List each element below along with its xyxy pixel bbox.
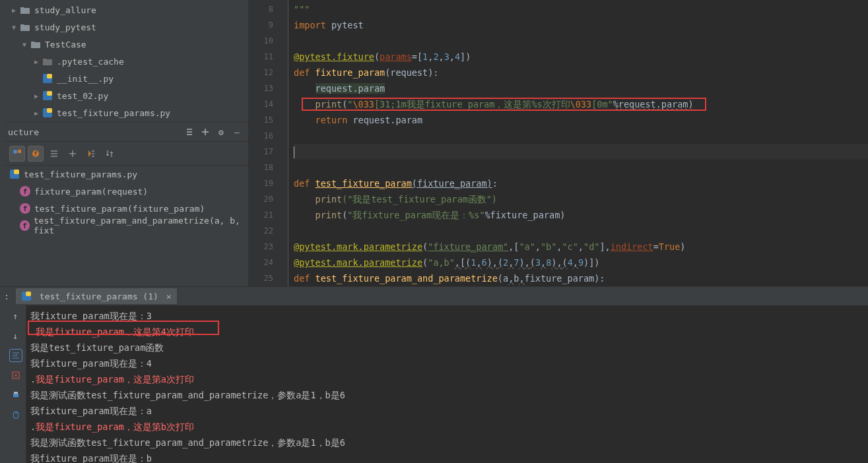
tree-item-5[interactable]: ▶test_02.py	[5, 87, 248, 104]
console-line: .我是fixture_param，这是第a次打印	[30, 371, 864, 387]
structure-file-label: test_fixture_params.py	[24, 170, 137, 179]
down-arrow-icon[interactable]: ↓	[9, 329, 22, 342]
svg-rect-21	[13, 394, 18, 397]
line-number: 23	[249, 239, 288, 255]
sort-btn-3[interactable]	[46, 146, 62, 162]
editor-panel[interactable]: 8910111213141516171819202122232425 """im…	[249, 0, 868, 286]
chevron-icon[interactable]: ▼	[9, 22, 18, 32]
run-panel: : test_fixture_params (1) × ↑ ↓ 我fixture…	[0, 286, 868, 463]
tree-item-label: study_pytest	[34, 22, 96, 32]
sort-btn-6[interactable]	[102, 146, 117, 162]
line-number: 24	[249, 255, 288, 270]
line-number: 12	[249, 65, 288, 80]
line-number: 17	[249, 144, 288, 160]
wrap-icon[interactable]	[9, 349, 22, 362]
svg-rect-1	[47, 74, 52, 78]
console-line: 我是test_fixture_param函数	[30, 340, 864, 355]
structure-file[interactable]: test_fixture_params.py	[5, 166, 248, 183]
run-label: :	[4, 292, 9, 301]
console-line: 我fixture_param现在是：4	[30, 355, 864, 371]
func-label-2: test_fixture_param_and_parametrize(a, b,…	[34, 216, 248, 235]
console[interactable]: 我fixture_param现在是：3.我是fixture_param，这是第4…	[26, 305, 868, 463]
function-icon: f	[20, 220, 30, 231]
console-red-highlight-box	[28, 321, 219, 335]
structure-func-1[interactable]: f test_fixture_param(fixture_param)	[5, 200, 248, 217]
trash-icon[interactable]	[9, 408, 22, 421]
chevron-icon[interactable]: ▶	[32, 108, 41, 117]
svg-rect-3	[47, 91, 52, 96]
svg-rect-17	[14, 170, 19, 174]
function-icon: f	[20, 203, 30, 214]
expand-all-icon[interactable]	[184, 126, 195, 138]
scroll-icon[interactable]	[9, 369, 22, 382]
console-line: .我是fixture_param，这是第b次打印	[30, 419, 864, 435]
run-tab-item[interactable]: test_fixture_params (1) ×	[16, 288, 177, 304]
structure-header: ucture ⚙ —	[5, 122, 248, 142]
svg-rect-5	[47, 108, 52, 113]
line-number: 22	[249, 223, 288, 239]
tree-item-0[interactable]: ▶study_allure	[5, 1, 248, 18]
svg-rect-19	[26, 292, 31, 296]
structure-tree[interactable]: test_fixture_params.py f fixture_param(r…	[5, 166, 248, 286]
svg-text:f: f	[34, 150, 37, 157]
tree-item-label: __init__.py	[57, 74, 114, 84]
project-tree[interactable]: ▶study_allure▼study_pytest▼TestCase▶.pyt…	[5, 0, 248, 122]
folder-icon	[20, 22, 30, 32]
gear-icon[interactable]: ⚙	[215, 126, 227, 138]
line-number: 21	[249, 207, 288, 223]
line-number: 25	[249, 270, 288, 286]
svg-rect-13	[18, 150, 21, 153]
tree-item-4[interactable]: __init__.py	[5, 70, 248, 87]
tree-item-3[interactable]: ▶.pytest_cache	[5, 53, 248, 70]
structure-func-2[interactable]: f test_fixture_param_and_parametrize(a, …	[5, 217, 248, 234]
sort-btn-1[interactable]	[9, 146, 25, 162]
python-file-icon	[42, 90, 53, 101]
line-number: 15	[249, 112, 288, 128]
collapse-all-icon[interactable]	[199, 126, 211, 138]
line-number: 11	[249, 49, 288, 65]
code-area[interactable]: """import pytest@pytest.fixture(params=[…	[288, 0, 868, 286]
red-highlight-box	[302, 98, 706, 111]
folder-icon	[42, 56, 53, 67]
chevron-icon[interactable]: ▶	[32, 57, 41, 66]
sort-btn-4[interactable]	[65, 146, 81, 162]
line-number: 20	[249, 191, 288, 207]
line-number: 10	[249, 33, 288, 49]
run-tab-label: test_fixture_params (1)	[40, 292, 158, 301]
line-number: 13	[249, 80, 288, 96]
tree-item-label: test_fixture_params.py	[57, 108, 170, 118]
gutter: 8910111213141516171819202122232425	[249, 0, 288, 286]
print-icon[interactable]	[9, 388, 22, 402]
run-toolbar: ↑ ↓	[5, 305, 26, 463]
tree-item-1[interactable]: ▼study_pytest	[5, 18, 248, 36]
console-line: 我fixture_param现在是：a	[30, 403, 864, 419]
python-file-icon	[21, 291, 32, 301]
line-number: 19	[249, 175, 288, 191]
line-number: 8	[249, 1, 288, 17]
folder-icon	[20, 5, 30, 15]
func-label-0: fixture_param(request)	[34, 187, 148, 197]
chevron-icon[interactable]: ▼	[20, 40, 29, 49]
line-number: 18	[249, 160, 288, 175]
run-tab-bar: : test_fixture_params (1) ×	[0, 287, 868, 305]
tree-item-6[interactable]: ▶test_fixture_params.py	[5, 104, 248, 121]
chevron-icon[interactable]: ▶	[9, 5, 18, 15]
tree-item-2[interactable]: ▼TestCase	[5, 36, 248, 53]
chevron-icon[interactable]: ▶	[32, 91, 41, 100]
folder-icon	[30, 39, 41, 49]
sort-btn-5[interactable]	[83, 146, 99, 162]
line-number: 14	[249, 96, 288, 112]
tree-item-label: test_02.py	[57, 91, 108, 101]
svg-point-12	[13, 150, 17, 154]
up-arrow-icon[interactable]: ↑	[9, 309, 22, 323]
tree-item-label: .pytest_cache	[57, 57, 124, 67]
close-icon[interactable]: ×	[166, 292, 172, 301]
structure-buttons: f	[5, 142, 248, 166]
line-number: 16	[249, 128, 288, 144]
line-number: 9	[249, 17, 288, 33]
structure-func-0[interactable]: f fixture_param(request)	[5, 183, 248, 200]
hide-icon[interactable]: —	[231, 126, 243, 138]
tree-item-label: TestCase	[45, 40, 86, 49]
sort-btn-2[interactable]: f	[28, 146, 44, 162]
console-line: 我fixture_param现在是：b	[30, 450, 864, 463]
